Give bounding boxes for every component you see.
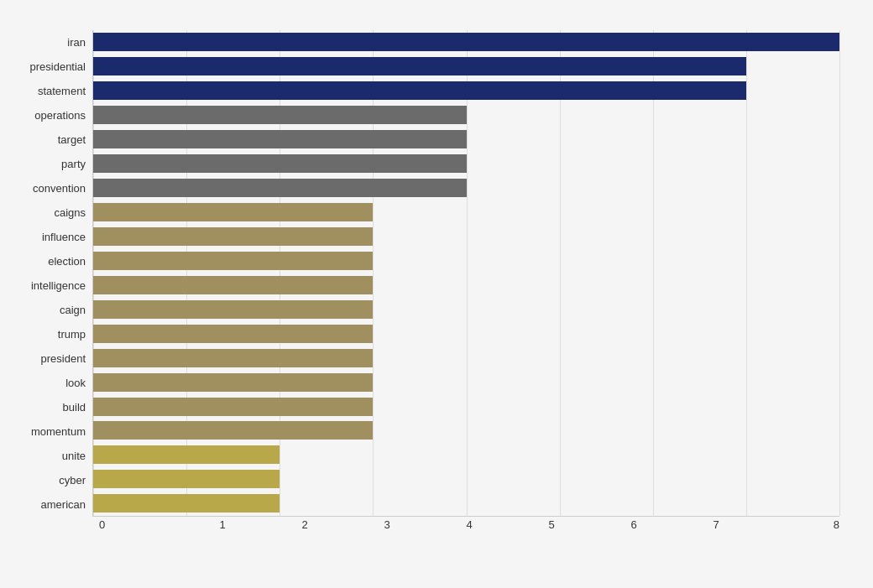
bar	[93, 81, 746, 100]
bar-row	[93, 201, 839, 223]
y-axis-label: election	[48, 251, 86, 273]
bar-row	[93, 347, 839, 369]
bar	[93, 470, 280, 488]
bar	[93, 421, 373, 440]
bar-row	[93, 104, 839, 126]
bar	[93, 252, 373, 270]
y-axis-label: intelligence	[31, 275, 86, 297]
y-axis-label: target	[58, 129, 86, 151]
y-axis-label: operations	[34, 105, 86, 127]
y-axis-label: presidential	[30, 56, 86, 78]
bar	[93, 445, 280, 464]
bar	[93, 33, 839, 51]
bar	[93, 203, 373, 221]
bar-row	[93, 31, 839, 53]
x-tick-label: 6	[593, 518, 675, 531]
y-axis-label: iran	[67, 32, 86, 54]
y-axis-label: unite	[62, 445, 86, 467]
x-tick-label: 0	[99, 518, 181, 531]
y-axis-label: statement	[38, 81, 86, 102]
x-tick-label: 4	[428, 518, 510, 531]
bar	[93, 154, 467, 173]
bar-row	[93, 299, 839, 320]
bar	[93, 130, 467, 148]
bar-row	[93, 444, 839, 466]
bar-row	[93, 80, 839, 101]
bar	[93, 57, 746, 75]
bar-row	[93, 419, 839, 441]
x-tick-label: 3	[346, 518, 428, 531]
x-tick-label: 1	[181, 518, 264, 531]
y-axis-label: build	[63, 397, 86, 419]
x-tick-label: 5	[510, 518, 593, 531]
y-axis-label: cyber	[59, 470, 86, 492]
bar	[93, 179, 467, 197]
y-axis-label: look	[65, 372, 86, 394]
bar	[93, 349, 373, 367]
bar-row	[93, 468, 839, 490]
y-axis-label: convention	[33, 178, 86, 200]
bar-row	[93, 396, 839, 418]
x-tick-label: 8	[757, 518, 839, 531]
bar-row	[93, 177, 839, 199]
bar	[93, 276, 373, 294]
bar-row	[93, 372, 839, 393]
x-axis: 012345678	[99, 518, 839, 531]
grid-line	[839, 30, 840, 516]
x-tick-label: 7	[675, 518, 757, 531]
y-axis-label: caigns	[54, 202, 86, 224]
bar	[93, 227, 373, 246]
y-axis-label: momentum	[31, 421, 86, 443]
bar	[93, 300, 373, 319]
y-axis-label: party	[61, 154, 86, 175]
y-axis: iranpresidentialstatementoperationstarge…	[8, 30, 92, 517]
bar	[93, 325, 373, 343]
bar-row	[93, 492, 839, 514]
bar-row	[93, 226, 839, 247]
bar	[93, 106, 467, 124]
bar-row	[93, 323, 839, 345]
x-tick-label: 2	[264, 518, 346, 531]
bar-row	[93, 153, 839, 174]
bars-area	[92, 30, 839, 517]
y-axis-label: caign	[60, 299, 86, 321]
bar-row	[93, 55, 839, 77]
bar	[93, 373, 373, 392]
y-axis-label: president	[41, 348, 86, 370]
bar-row	[93, 250, 839, 272]
y-axis-label: american	[41, 494, 86, 516]
y-axis-label: trump	[58, 324, 86, 346]
bar-row	[93, 128, 839, 150]
bar	[93, 398, 373, 416]
bar	[93, 494, 280, 513]
y-axis-label: influence	[42, 226, 86, 248]
bar-row	[93, 274, 839, 296]
chart-container: iranpresidentialstatementoperationstarge…	[0, 0, 873, 588]
